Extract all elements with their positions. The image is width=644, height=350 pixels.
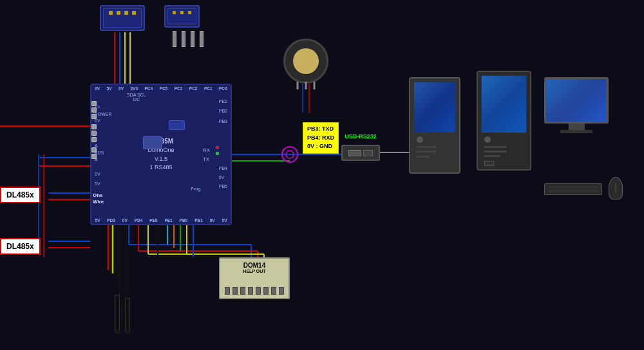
rxtx-labels: RX TX xyxy=(203,146,210,165)
tower2-button[interactable] xyxy=(484,136,491,143)
prog-label: Prog. xyxy=(191,187,202,191)
pin-pc0: PC0 xyxy=(219,86,227,91)
usb-rs232-label: USB-RS232 xyxy=(345,133,377,140)
svg-point-31 xyxy=(282,147,298,162)
one-wire-label: One Wire xyxy=(93,192,104,205)
bottom-left-5v: 5V xyxy=(95,181,100,186)
dl485x-label-2: DL485x xyxy=(0,238,41,255)
pin-pc1: PC1 xyxy=(204,86,213,91)
info-box: PB3: TXD PB4: RXD 0V : GND xyxy=(303,122,339,154)
dl485x-label-1: DL485x xyxy=(0,187,41,203)
sda-scl-label: SDA SCL I2C xyxy=(127,93,146,102)
bottom-left-ov: 0V xyxy=(95,172,100,176)
mouse-divider xyxy=(616,183,616,192)
tower1-screen-display xyxy=(414,82,455,133)
leds xyxy=(216,146,219,155)
pin-pc5: PC5 xyxy=(160,86,168,91)
computer-tower-1 xyxy=(409,77,460,174)
tower1-drive xyxy=(417,146,436,148)
mouse xyxy=(609,177,623,199)
info-line3: 0V : GND xyxy=(307,142,334,151)
monitor-screen xyxy=(546,79,607,122)
info-line2: PB4: RXD xyxy=(307,134,334,143)
pin-0v-2: 0V xyxy=(118,86,124,91)
temp-probe-1 xyxy=(115,295,120,333)
temp-probe-2 xyxy=(125,298,130,333)
monitor-base xyxy=(560,130,592,133)
monitor-stand-area xyxy=(544,77,609,133)
svg-point-32 xyxy=(286,151,294,158)
tower1-drive3 xyxy=(417,156,430,158)
info-line1: PB3: TXD xyxy=(307,125,334,134)
tower2-screen-display xyxy=(482,76,526,133)
tower1-drive2 xyxy=(417,151,436,152)
pin-5v-1: 5V xyxy=(107,86,112,91)
pir-sensor xyxy=(283,39,328,84)
dom14-module: DOM14 HELP OUT xyxy=(219,257,290,299)
rs232-port xyxy=(363,150,373,156)
tower2-drive2 xyxy=(484,151,507,152)
pin-strip xyxy=(173,31,204,47)
monitor xyxy=(544,77,609,124)
dom14-label: DOM14 HELP OUT xyxy=(243,262,265,273)
usb-port xyxy=(348,150,361,156)
main-pcb-board: 0V 5V 0V 3V3 PC4 PC5 PC3 PC2 PC1 PC0 SDA… xyxy=(90,84,232,225)
pir-legs xyxy=(297,82,316,89)
usb-rs232-converter: USB-RS232 xyxy=(341,145,380,161)
pcb-ic-2 xyxy=(143,136,162,149)
sensor-small-pcb xyxy=(100,5,145,31)
tower2-drive3 xyxy=(484,155,500,157)
pir-dome xyxy=(293,48,319,74)
keyboard xyxy=(544,183,602,195)
left-screw-terminals xyxy=(91,101,97,159)
sensor-pcb-2 xyxy=(164,5,200,28)
keyboard-keys-2 xyxy=(548,190,598,192)
computer-tower-2 xyxy=(477,71,531,170)
pin-pc4: PC4 xyxy=(144,86,153,91)
pcb-ic-1 xyxy=(169,120,185,130)
power-label-area: V+ POWER 0V xyxy=(95,104,111,125)
pin-0v-1: 0V xyxy=(95,86,100,91)
pin-pc2: PC2 xyxy=(189,86,198,91)
pin-pc3: PC3 xyxy=(175,86,183,91)
right-pin-labels: PE2 PB2 PB3 xyxy=(219,97,227,126)
tower2-usb-ports xyxy=(484,161,494,166)
right-pin-labels-2: PB4 0V PB5 xyxy=(219,164,227,191)
keyboard-keys-1 xyxy=(548,186,598,188)
monitor-neck xyxy=(569,124,585,130)
tower2-drive xyxy=(484,146,507,148)
pin-3v3: 3V3 xyxy=(130,86,138,91)
diagram-container: 0V 5V 0V 3V3 PC4 PC5 PC3 PC2 PC1 PC0 SDA… xyxy=(0,0,644,350)
dom14-terminals xyxy=(223,287,285,295)
tower1-screen-area xyxy=(413,82,456,133)
tower2-screen-area xyxy=(481,75,527,133)
tower1-button[interactable] xyxy=(417,136,423,143)
bottom-pins: 5V PD3 0V PD4 PE0 PE1 PB0 PB1 0V 5V xyxy=(91,218,231,223)
